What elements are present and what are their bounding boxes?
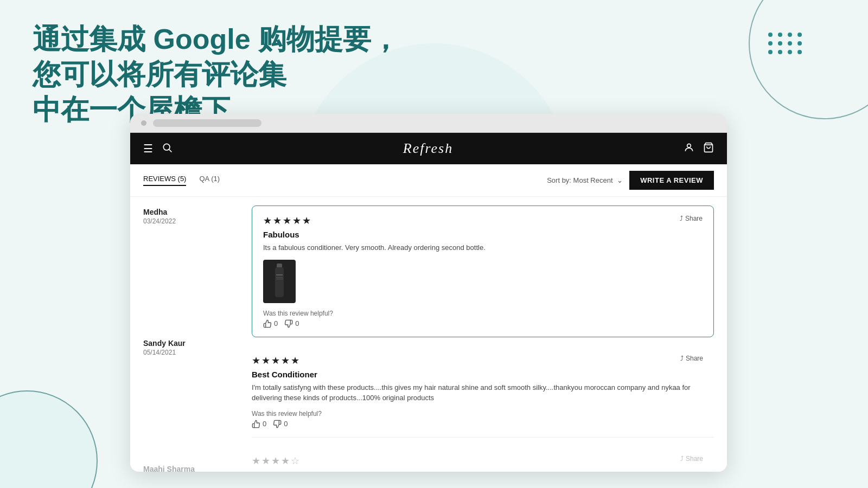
deco-circle-top-right: [749, 0, 868, 119]
helpful-section-2: Was this review helpful? 0 0: [252, 410, 703, 428]
tabs-bar: REVIEWS (5) QA (1) Sort by: Most Recent …: [130, 164, 727, 197]
app-header-left: ☰: [143, 142, 173, 156]
write-review-button[interactable]: WRITE A REVIEW: [629, 171, 714, 190]
browser-chrome: [130, 114, 727, 133]
stars-2: ★★★★★: [252, 355, 301, 367]
review-body-2: I'm totally satisfyng with these product…: [252, 382, 703, 403]
svg-point-0: [163, 144, 170, 150]
thumbs-down-btn-1[interactable]: 0: [284, 319, 299, 328]
share-icon-1: ⤴: [680, 215, 683, 222]
svg-rect-5: [275, 267, 284, 297]
review-title-1: Fabulous: [263, 230, 703, 239]
browser-url-bar: [153, 119, 261, 127]
review-header-2: ★★★★★ ⤴ Share: [252, 355, 703, 367]
reviewer-entry-3: Maahi Sharma 05/06/2021: [143, 465, 226, 472]
deco-circle-bottom-left: [0, 390, 98, 488]
app-header: ☰ Refresh: [130, 133, 727, 164]
reviewer-name-3: Maahi Sharma: [143, 465, 226, 472]
reviews-col: ★★★★★ ⤴ Share Fabulous Its a fabulous co…: [239, 197, 727, 472]
review-card-2: ★★★★★ ⤴ Share Best Conditioner I'm total…: [252, 346, 714, 438]
tab-qa[interactable]: QA (1): [199, 175, 220, 186]
helpful-actions-1: 0 0: [263, 319, 703, 328]
review-header-1: ★★★★★ ⤴ Share: [263, 215, 703, 227]
deco-dots: [768, 33, 803, 54]
menu-icon[interactable]: ☰: [143, 142, 153, 155]
svg-point-2: [687, 144, 691, 147]
tab-reviews[interactable]: REVIEWS (5): [143, 175, 186, 186]
browser-mockup: ☰ Refresh: [130, 114, 727, 472]
svg-rect-4: [277, 264, 282, 268]
share-icon-3: ⤴: [680, 455, 684, 463]
reviews-list: Medha 03/24/2022 Sandy Kaur 05/14/2021 M…: [130, 197, 727, 472]
chevron-down-icon[interactable]: ⌄: [617, 176, 623, 184]
tabs-left: REVIEWS (5) QA (1): [143, 175, 220, 186]
review-image-1: [263, 260, 296, 303]
review-card-1: ★★★★★ ⤴ Share Fabulous Its a fabulous co…: [252, 206, 714, 337]
share-link-1[interactable]: ⤴ Share: [680, 215, 703, 222]
thumbs-up-btn-2[interactable]: 0: [252, 420, 266, 428]
thumbs-up-btn-1[interactable]: 0: [263, 319, 278, 328]
reviews-area: REVIEWS (5) QA (1) Sort by: Most Recent …: [130, 164, 727, 472]
svg-rect-6: [276, 274, 283, 275]
share-link-3: ⤴ Share: [680, 455, 703, 463]
app-header-right: [684, 142, 714, 156]
user-icon[interactable]: [684, 142, 694, 156]
reviewer-entry-2: Sandy Kaur 05/14/2021: [143, 339, 226, 356]
review-header-3: ★★★★☆ ⤴ Share: [252, 455, 703, 467]
reviewer-col: Medha 03/24/2022 Sandy Kaur 05/14/2021 M…: [130, 197, 239, 472]
stars-3: ★★★★☆: [252, 455, 301, 467]
tabs-right: Sort by: Most Recent ⌄ WRITE A REVIEW: [547, 171, 714, 190]
app-logo: Refresh: [173, 140, 684, 157]
review-title-2: Best Conditioner: [252, 370, 703, 379]
sort-label: Sort by: Most Recent ⌄: [547, 176, 623, 184]
helpful-label-2: Was this review helpful?: [252, 410, 703, 418]
cart-icon[interactable]: [703, 142, 714, 156]
helpful-actions-2: 0 0: [252, 420, 703, 428]
search-icon[interactable]: [162, 142, 173, 156]
browser-circle-1: [141, 120, 146, 126]
helpful-label-1: Was this review helpful?: [263, 310, 703, 317]
reviewer-name-1: Medha: [143, 208, 226, 216]
review-body-1: Its a fabulous conditioner. Very smooth.…: [263, 242, 703, 253]
reviewer-date-1: 03/24/2022: [143, 217, 226, 225]
reviewer-entry-1: Medha 03/24/2022: [143, 208, 226, 225]
share-link-2[interactable]: ⤴ Share: [680, 355, 703, 362]
share-icon-2: ⤴: [680, 355, 684, 362]
helpful-section-1: Was this review helpful? 0 0: [263, 310, 703, 328]
review-title-3: Smoothest conditioner ever: [252, 470, 703, 472]
thumbs-down-btn-2[interactable]: 0: [273, 420, 288, 428]
heading-line1: 通过集成 Google 购物提要，您可以将所有评论集: [33, 22, 412, 92]
reviewer-date-2: 05/14/2021: [143, 349, 226, 356]
reviewer-name-2: Sandy Kaur: [143, 339, 226, 348]
svg-line-1: [169, 149, 172, 152]
stars-1: ★★★★★: [263, 215, 312, 227]
review-card-3: ★★★★☆ ⤴ Share Smoothest conditioner ever: [252, 446, 714, 472]
svg-rect-8: [276, 279, 283, 279]
svg-rect-7: [276, 277, 283, 278]
main-heading: 通过集成 Google 购物提要，您可以将所有评论集 中在一个屋檐下。: [33, 22, 412, 127]
